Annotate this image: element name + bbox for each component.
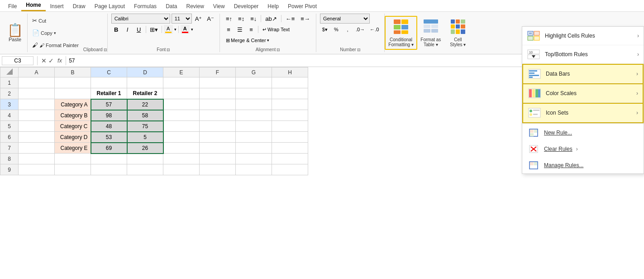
merge-center-button[interactable]: ⊞ Merge & Center ▾ [224, 35, 278, 45]
format-as-table-button[interactable]: Format asTable ▾ [417, 17, 444, 49]
tab-draw[interactable]: Draw [68, 1, 90, 11]
tab-data[interactable]: Data [161, 1, 181, 11]
tab-view[interactable]: View [209, 1, 229, 11]
cell-styles-button[interactable]: CellStyles ▾ [444, 17, 472, 49]
wrap-text-button[interactable]: ↵ Wrap Text [260, 24, 292, 34]
cancel-icon[interactable]: ✕ [41, 57, 47, 64]
cell-e2[interactable] [163, 88, 200, 99]
paste-button[interactable]: 📋 Paste [3, 14, 28, 52]
tab-developer[interactable]: Developer [229, 1, 263, 11]
cell-a7[interactable] [19, 143, 55, 154]
cell-f2[interactable] [200, 88, 236, 99]
cell-h5[interactable] [272, 121, 308, 132]
comma-button[interactable]: , [343, 24, 353, 34]
cell-h3[interactable] [272, 99, 308, 110]
cell-d1[interactable] [127, 77, 163, 88]
top-bottom-rules-item[interactable]: 10 Top/Bottom Rules › [522, 45, 644, 64]
decrease-font-button[interactable]: A⁻ [205, 14, 216, 24]
cell-e5[interactable] [163, 121, 200, 132]
tab-formulas[interactable]: Formulas [129, 1, 161, 11]
cell-c7[interactable]: 69 [91, 143, 127, 154]
cell-a3[interactable] [19, 99, 55, 110]
font-dialog-launcher[interactable]: ⊟ [167, 48, 170, 52]
cell-a8[interactable] [19, 154, 55, 164]
cut-button[interactable]: ✂ Cut [30, 16, 81, 25]
fill-color-button[interactable]: A [164, 25, 173, 34]
cell-f8[interactable] [200, 154, 236, 164]
cell-c2[interactable]: Retailer 1 [91, 88, 127, 99]
row-num-1[interactable]: 1 [0, 77, 19, 88]
col-header-g[interactable]: G [236, 67, 272, 77]
cell-a5[interactable] [19, 121, 55, 132]
data-bars-item[interactable]: Data Bars › [523, 65, 643, 83]
cell-b4[interactable]: Category B [55, 110, 91, 121]
cell-d8[interactable] [127, 154, 163, 164]
cell-f6[interactable] [200, 132, 236, 143]
cell-f9[interactable] [200, 164, 236, 175]
cell-e3[interactable] [163, 99, 200, 110]
col-header-d[interactable]: D [127, 67, 163, 77]
manage-rules-action[interactable]: Manage Rules... [522, 157, 644, 173]
row-num-5[interactable]: 5 [0, 121, 19, 132]
percent-button[interactable]: % [331, 24, 341, 34]
orientation-button[interactable]: ab↗ [263, 14, 279, 24]
cell-g6[interactable] [236, 132, 272, 143]
col-header-h[interactable]: H [272, 67, 308, 77]
number-dialog-launcher[interactable]: ⊟ [357, 48, 361, 52]
cell-c8[interactable] [91, 154, 127, 164]
row-num-8[interactable]: 8 [0, 154, 19, 164]
cell-d2[interactable]: Retailer 2 [127, 88, 163, 99]
cell-c5[interactable]: 48 [91, 121, 127, 132]
icon-sets-item[interactable]: Icon Sets › [523, 104, 643, 122]
cell-b9[interactable] [55, 164, 91, 175]
cell-d3[interactable]: 22 [127, 99, 163, 110]
underline-button[interactable]: U [134, 24, 144, 34]
cell-b6[interactable]: Category D [55, 132, 91, 143]
cell-d4[interactable]: 58 [127, 110, 163, 121]
cell-c4[interactable]: 98 [91, 110, 127, 121]
col-header-a[interactable]: A [19, 67, 55, 77]
cell-a1[interactable] [19, 77, 55, 88]
clear-rules-action[interactable]: Clear Rules › [522, 141, 644, 157]
bold-button[interactable]: B [111, 24, 121, 34]
color-scales-item[interactable]: Color Scales › [523, 84, 643, 103]
decrease-decimal-button[interactable]: ←.0 [368, 24, 381, 34]
tab-page-layout[interactable]: Page Layout [90, 1, 129, 11]
indent-decrease-button[interactable]: ←≡ [283, 14, 297, 24]
cell-c3[interactable]: 57 [91, 99, 127, 110]
tab-help[interactable]: Help [263, 1, 283, 11]
cell-g2[interactable] [236, 88, 272, 99]
align-center-button[interactable]: ☰ [235, 24, 245, 34]
borders-button[interactable]: ⊞▾ [148, 24, 160, 34]
tab-insert[interactable]: Insert [46, 1, 68, 11]
increase-font-button[interactable]: A⁺ [193, 14, 204, 24]
copy-button[interactable]: 📄 Copy ▾ [30, 29, 81, 37]
font-name-select[interactable]: Calibri [111, 14, 170, 24]
row-num-4[interactable]: 4 [0, 110, 19, 121]
cell-a9[interactable] [19, 164, 55, 175]
cell-b8[interactable] [55, 154, 91, 164]
cell-h4[interactable] [272, 110, 308, 121]
col-header-c[interactable]: C [91, 67, 127, 77]
cell-g3[interactable] [236, 99, 272, 110]
cell-g8[interactable] [236, 154, 272, 164]
cell-e4[interactable] [163, 110, 200, 121]
new-rule-action[interactable]: New Rule... [522, 125, 644, 141]
cell-b5[interactable]: Category C [55, 121, 91, 132]
cell-f3[interactable] [200, 99, 236, 110]
row-num-2[interactable]: 2 [0, 88, 19, 99]
highlight-cells-rules-item[interactable]: Highlight Cells Rules › [522, 27, 644, 45]
cell-h7[interactable] [272, 143, 308, 154]
cell-d9[interactable] [127, 164, 163, 175]
cell-g9[interactable] [236, 164, 272, 175]
cell-d6[interactable]: 5 [127, 132, 163, 143]
cell-e9[interactable] [163, 164, 200, 175]
align-bottom-button[interactable]: ≡↓ [248, 14, 259, 24]
font-size-select[interactable]: 11 [172, 14, 192, 24]
cell-f1[interactable] [200, 77, 236, 88]
cell-h8[interactable] [272, 154, 308, 164]
cell-a2[interactable] [19, 88, 55, 99]
row-num-6[interactable]: 6 [0, 132, 19, 143]
cell-g7[interactable] [236, 143, 272, 154]
accounting-button[interactable]: $▾ [320, 24, 330, 34]
